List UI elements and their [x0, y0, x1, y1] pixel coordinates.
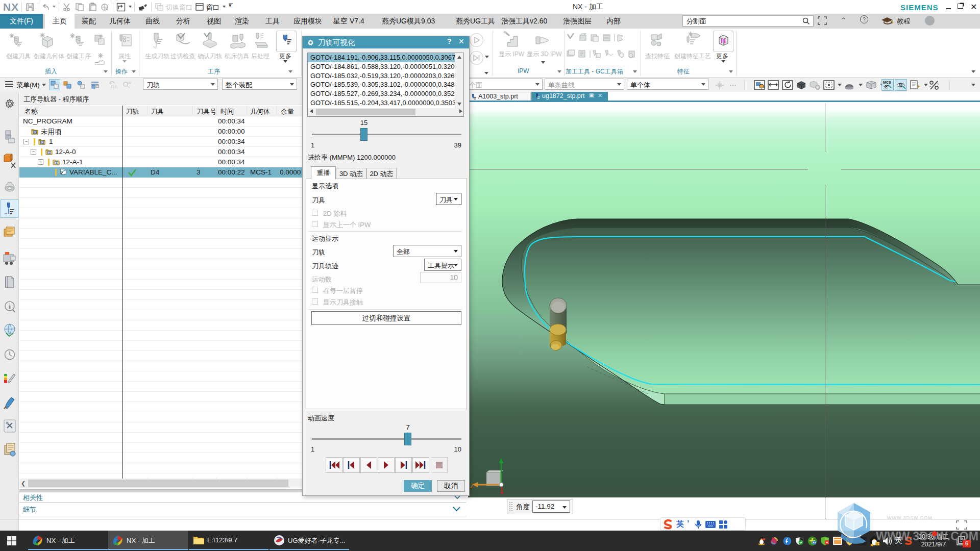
svg-text:Z: Z	[470, 483, 474, 490]
svg-text:MCS: MCS	[883, 81, 891, 84]
